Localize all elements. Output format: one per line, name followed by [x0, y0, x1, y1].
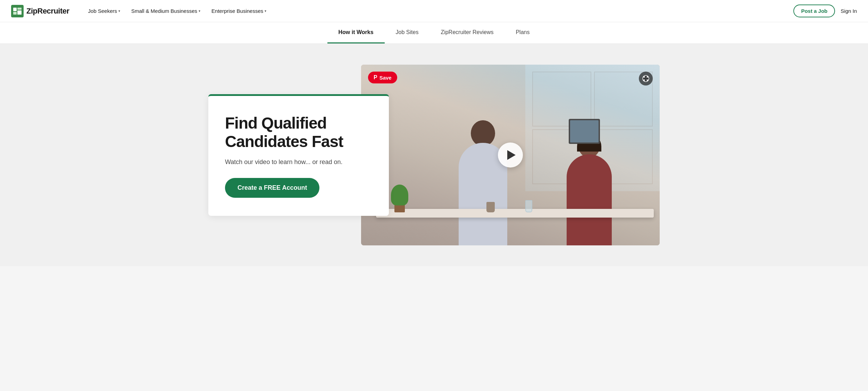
subnav-job-sites[interactable]: Job Sites	[385, 22, 430, 43]
coffee-cup	[486, 202, 495, 212]
subnav-reviews[interactable]: ZipRecruiter Reviews	[429, 22, 504, 43]
sign-in-link[interactable]: Sign In	[841, 8, 857, 14]
chevron-down-icon: ▾	[118, 9, 120, 13]
hero-subtitle: Watch our video to learn how... or read …	[225, 157, 372, 167]
svg-rect-1	[13, 8, 17, 11]
svg-rect-3	[17, 8, 22, 10]
create-account-button[interactable]: Create a FREE Account	[225, 178, 319, 198]
logo[interactable]: ZipRecruiter	[11, 5, 69, 17]
hero-video[interactable]: P Save	[361, 65, 660, 245]
nav-small-medium[interactable]: Small & Medium Businesses ▾	[126, 5, 205, 17]
pinterest-save-badge[interactable]: P Save	[368, 72, 397, 83]
monitor	[569, 119, 600, 144]
desk	[376, 209, 654, 218]
hero-title: Find Qualified Candidates Fast	[225, 114, 372, 151]
hero-section: Find Qualified Candidates Fast Watch our…	[0, 44, 868, 266]
top-navigation: ZipRecruiter Job Seekers ▾ Small & Mediu…	[0, 0, 868, 22]
post-job-button[interactable]: Post a Job	[793, 5, 835, 17]
chevron-down-icon: ▾	[265, 9, 266, 13]
play-button[interactable]	[498, 142, 523, 168]
subnav-how-it-works[interactable]: How it Works	[327, 22, 385, 43]
subnav-plans[interactable]: Plans	[504, 22, 541, 43]
plant	[391, 185, 408, 212]
svg-rect-4	[17, 10, 22, 15]
nav-items: Job Seekers ▾ Small & Medium Businesses …	[83, 5, 794, 17]
pinterest-save-label: Save	[379, 75, 392, 81]
nav-right: Post a Job Sign In	[793, 5, 857, 17]
fullscreen-icon	[642, 75, 649, 82]
glass	[525, 200, 532, 212]
sub-navigation: How it Works Job Sites ZipRecruiter Revi…	[0, 22, 868, 44]
hero-content: Find Qualified Candidates Fast Watch our…	[208, 65, 660, 245]
play-icon	[507, 150, 516, 160]
nav-enterprise[interactable]: Enterprise Businesses ▾	[207, 5, 271, 17]
pinterest-icon: P	[374, 74, 377, 81]
ziprecruiter-logo-icon	[11, 5, 24, 17]
hero-text-card: Find Qualified Candidates Fast Watch our…	[208, 94, 389, 216]
svg-rect-2	[13, 12, 17, 15]
expand-icon[interactable]	[639, 72, 653, 85]
logo-text: ZipRecruiter	[26, 7, 69, 16]
person-left	[445, 113, 521, 245]
nav-job-seekers[interactable]: Job Seekers ▾	[83, 5, 125, 17]
chevron-down-icon: ▾	[199, 9, 200, 13]
